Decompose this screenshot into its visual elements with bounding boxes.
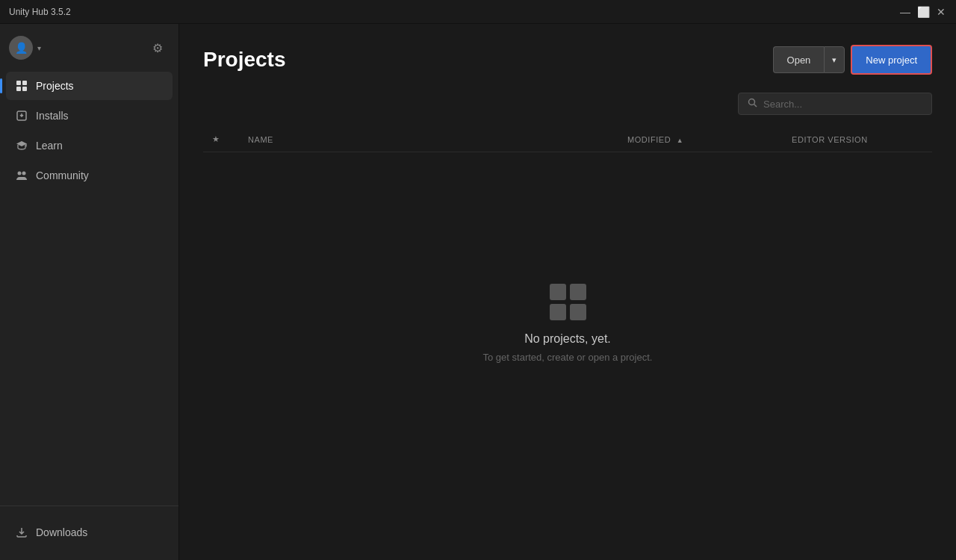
sidebar-item-label: Installs — [36, 110, 69, 122]
installs-icon — [15, 109, 28, 122]
star-icon: ★ — [212, 134, 220, 143]
th-editor: EDITOR VERSION — [783, 127, 932, 152]
empty-icon-square-3 — [550, 304, 566, 320]
sidebar-nav: Projects Installs — [0, 72, 179, 505]
app-title: Unity Hub 3.5.2 — [9, 7, 71, 17]
page-title: Projects — [203, 48, 286, 72]
avatar-icon: 👤 — [15, 42, 28, 54]
svg-line-9 — [754, 105, 757, 108]
empty-icon-square-1 — [550, 284, 566, 300]
projects-table: ★ NAME MODIFIED ▲ EDITOR VERSION — [203, 127, 932, 152]
sort-arrow-icon: ▲ — [677, 137, 683, 144]
empty-subtitle: To get started, create or open a project… — [483, 352, 653, 363]
svg-point-6 — [18, 172, 22, 175]
projects-icon — [15, 79, 28, 93]
learn-icon — [15, 139, 28, 152]
svg-point-7 — [22, 172, 26, 175]
th-name[interactable]: NAME — [239, 127, 618, 152]
gear-icon: ⚙ — [152, 41, 163, 55]
sidebar-item-learn[interactable]: Learn — [6, 131, 173, 160]
table-header-row: ★ NAME MODIFIED ▲ EDITOR VERSION — [203, 127, 932, 152]
th-star[interactable]: ★ — [203, 127, 239, 152]
community-icon — [15, 169, 28, 182]
open-button[interactable]: Open — [773, 46, 825, 73]
empty-icon — [550, 284, 586, 320]
download-icon — [15, 526, 28, 539]
sidebar-item-community[interactable]: Community — [6, 161, 173, 190]
svg-rect-1 — [22, 81, 27, 85]
content-header: Projects Open ▾ New project — [203, 45, 932, 75]
svg-rect-0 — [16, 81, 21, 85]
app-layout: 👤 ▾ ⚙ Projects — [0, 24, 956, 560]
open-dropdown-button[interactable]: ▾ — [824, 46, 845, 73]
close-button[interactable]: ✕ — [935, 6, 947, 18]
empty-icon-square-2 — [570, 284, 586, 300]
window-controls: — ⬜ ✕ — [899, 6, 947, 18]
th-modified[interactable]: MODIFIED ▲ — [618, 127, 783, 152]
titlebar: Unity Hub 3.5.2 — ⬜ ✕ — [0, 0, 956, 24]
user-menu[interactable]: 👤 ▾ — [9, 36, 41, 60]
settings-button[interactable]: ⚙ — [146, 36, 170, 60]
empty-state: No projects, yet. To get started, create… — [203, 164, 932, 542]
svg-rect-3 — [22, 87, 27, 91]
new-project-button[interactable]: New project — [851, 45, 932, 75]
sidebar-item-label: Projects — [36, 80, 74, 92]
search-input[interactable] — [763, 99, 922, 110]
sidebar: 👤 ▾ ⚙ Projects — [0, 24, 179, 560]
svg-point-8 — [749, 99, 755, 105]
sidebar-header: 👤 ▾ ⚙ — [0, 30, 179, 72]
chevron-down-icon: ▾ — [37, 44, 41, 52]
sidebar-item-projects[interactable]: Projects — [6, 72, 173, 100]
sidebar-item-label: Learn — [36, 140, 63, 152]
header-actions: Open ▾ New project — [773, 45, 932, 75]
sidebar-item-downloads[interactable]: Downloads — [6, 518, 173, 547]
chevron-down-icon: ▾ — [832, 55, 836, 65]
search-icon — [748, 98, 757, 110]
sidebar-bottom: Downloads — [0, 505, 179, 560]
minimize-button[interactable]: — — [899, 6, 911, 18]
avatar: 👤 — [9, 36, 33, 60]
empty-icon-square-4 — [570, 304, 586, 320]
maximize-button[interactable]: ⬜ — [917, 6, 929, 18]
search-wrapper — [738, 93, 932, 115]
sidebar-item-installs[interactable]: Installs — [6, 102, 173, 130]
search-bar — [203, 93, 932, 115]
sidebar-item-label: Community — [36, 169, 89, 181]
main-content: Projects Open ▾ New project — [179, 24, 956, 560]
empty-title: No projects, yet. — [524, 332, 611, 346]
sidebar-item-label: Downloads — [36, 526, 87, 538]
svg-rect-2 — [16, 87, 21, 91]
